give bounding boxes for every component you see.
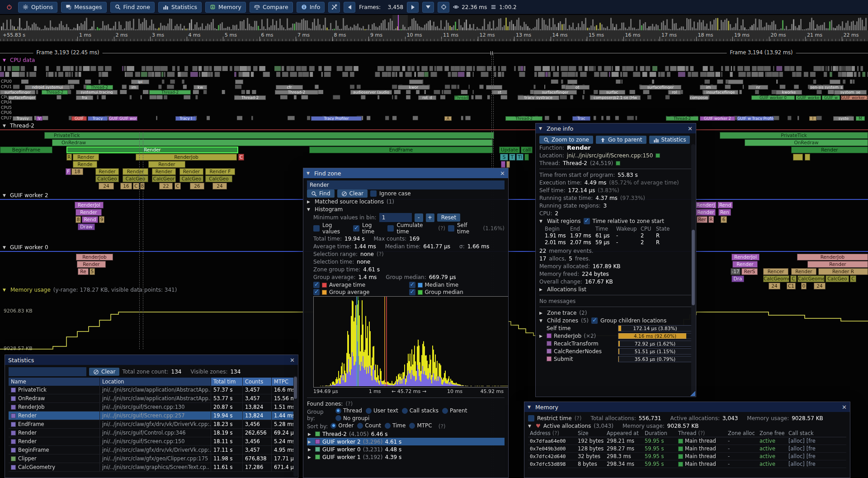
zone-22[interactable]: 22: [159, 183, 173, 189]
cpu-zone-systemui-tracing[interactable]: systemui.tracing: [76, 90, 118, 95]
zone-info-titlebar[interactable]: ▼ Zone info ✕: [536, 123, 696, 133]
column-header-address[interactable]: Address(?): [528, 430, 576, 436]
zone-location[interactable]: jni/../jni/src/guif/Screen.cpp:150: [567, 152, 653, 159]
zone-render[interactable]: Render: [95, 168, 119, 175]
cpu-zone-thread-2[interactable]: Thread-2: [505, 116, 542, 121]
zone-privatetick[interactable]: PrivateTick: [44, 132, 494, 139]
zone-calcgeo[interactable]: CalcGeo: [179, 175, 203, 182]
collapse-icon[interactable]: ▼: [539, 126, 544, 131]
thread-header-thread-2[interactable]: ▼Thread-2: [3, 123, 34, 129]
cpu-zone-thread-2[interactable]: Thread-2: [149, 90, 191, 95]
legend-group-median[interactable]: Group median: [409, 289, 505, 295]
ignore-case-checkbox[interactable]: [370, 190, 377, 197]
zone-rer[interactable]: Rer: [697, 216, 708, 223]
expand-icon[interactable]: ▶: [308, 455, 313, 459]
zone-statistics-button[interactable]: Statistics: [649, 136, 690, 144]
cpu-zone-cfr[interactable]: cfr: [276, 85, 303, 90]
cpu-zone[interactable]: [409, 80, 423, 84]
zone-renderjob[interactable]: RenderJob: [136, 154, 237, 161]
zone-onredraw[interactable]: OnRedraw: [52, 139, 493, 146]
zone-call[interactable]: call: [521, 147, 533, 153]
cpu-zone-guif-worker-1[interactable]: GUIF worker 1: [841, 95, 868, 100]
zone-6[interactable]: 6: [721, 216, 727, 223]
cpu-zone-tracy[interactable]: Tracy: [88, 116, 108, 121]
cpu-zone-thread-2[interactable]: Thread-2: [454, 95, 469, 100]
zone-render-f[interactable]: Render F: [205, 168, 235, 175]
cpu-zone-thread-2[interactable]: Thread-2: [234, 95, 266, 100]
zone-8[interactable]: 8: [140, 183, 145, 189]
prev-frame-button[interactable]: [344, 2, 355, 13]
cpu-zone-kworke[interactable]: kworke: [776, 90, 802, 95]
child-zone-renderjob[interactable]: ▶RenderJob(×2)4.16 ms (92.60%): [539, 332, 692, 340]
zone-calcgeor[interactable]: CalcGeor: [152, 175, 176, 182]
table-row-render[interactable]: Renderjni/../jni/src/guif/Screen.cpp:150…: [9, 437, 294, 446]
collapse-icon[interactable]: ▼: [3, 123, 8, 128]
zone-renderjob[interactable]: RenderJob: [76, 254, 113, 260]
scrollbar[interactable]: [691, 144, 695, 396]
group-by-user-text[interactable]: User text: [366, 407, 398, 414]
cpu-zone[interactable]: [830, 80, 840, 84]
zone-render[interactable]: Render: [148, 161, 185, 168]
statistics-table-header[interactable]: NameLocationTotal timCountsMTPC: [9, 378, 294, 386]
cpu-zone-m[interactable]: M: [856, 116, 865, 121]
zone-renderjol[interactable]: RenderJol: [731, 254, 760, 260]
zone-8[interactable]: 8: [75, 216, 81, 223]
cpu-zone-tracy-i[interactable]: Tracy I: [175, 116, 196, 121]
zone-calcgeo[interactable]: CalcGeo: [205, 175, 232, 182]
zone[interactable]: [793, 154, 803, 161]
zone-render[interactable]: Render: [66, 147, 238, 153]
cpu-zone-st[interactable]: st: [492, 90, 507, 95]
zone-17[interactable]: -17: [731, 268, 741, 275]
column-header-counts[interactable]: Counts: [243, 378, 272, 386]
zone-c[interactable]: C: [175, 183, 181, 189]
group-children-checkbox[interactable]: [591, 317, 598, 324]
cumulate-time-checkbox[interactable]: [387, 225, 394, 232]
cpu-zone[interactable]: [68, 80, 80, 84]
cpu-zone-surfaceflinger[interactable]: surfaceflinger: [0, 90, 35, 95]
expand-icon[interactable]: ▶: [308, 432, 313, 436]
restrict-time-checkbox[interactable]: [528, 415, 534, 421]
zone-dra[interactable]: Dra: [731, 275, 744, 282]
zone-t[interactable]: T: [509, 154, 515, 161]
legend-group-average[interactable]: Group average: [313, 289, 409, 295]
cpu-zone-nr[interactable]: nr: [748, 85, 768, 90]
column-header-zone-free[interactable]: Zone free: [758, 430, 787, 436]
scrollbar-thumb[interactable]: [294, 377, 297, 399]
zone-calcgeome[interactable]: CalcGeome: [763, 275, 789, 282]
cpu-zone-guif[interactable]: GUIF: [71, 116, 87, 121]
zone-re[interactable]: Re: [78, 268, 89, 275]
zone-render[interactable]: Render: [123, 168, 148, 175]
zone-rend[interactable]: Rend: [82, 216, 98, 223]
cpu-zone-guif-worker-0[interactable]: GUIF worker 0: [751, 95, 795, 100]
cpu-zone[interactable]: [486, 85, 502, 90]
zone-render[interactable]: Render: [77, 261, 106, 268]
found-zone-group-guif-worker-2[interactable]: ▶GUIF worker 2(3,296)4.61 s: [307, 438, 505, 445]
zone-renderj[interactable]: RenderJ: [695, 202, 717, 208]
cpu-zone-thread-2[interactable]: Thread-2: [666, 116, 698, 121]
zone-calcgeomel[interactable]: CalcGeomel: [797, 275, 825, 282]
collapse-icon[interactable]: ▼: [307, 171, 311, 175]
group-by-thread[interactable]: Thread: [335, 407, 362, 414]
cpu-zone-syste[interactable]: syste: [833, 116, 854, 121]
wait-region-row[interactable]: 1.91 ms1.97 ms61 µs-2R: [545, 232, 692, 239]
zone-rencer[interactable]: Rencer: [763, 268, 788, 275]
zone-9[interactable]: 9: [99, 216, 104, 223]
call-stack-free-link[interactable]: [fre: [807, 438, 816, 444]
zone-beginframe[interactable]: BeginFrame: [0, 147, 52, 153]
bin-decrease-button[interactable]: -: [415, 213, 423, 222]
resize-grip[interactable]: [689, 390, 695, 396]
zone-calcgeo[interactable]: CalcGeo: [95, 175, 119, 182]
cpu-zone-guif-w[interactable]: GUIF w: [822, 95, 840, 100]
zone-info-window[interactable]: ▼ Zone info ✕ Zoom to zone Go to parent …: [535, 123, 696, 397]
find-zone-titlebar[interactable]: ▼ Find zone ✕: [303, 168, 508, 178]
frame-select-button[interactable]: [422, 2, 434, 13]
cpu-zone-audioserver-audio[interactable]: audioserver (audio: [350, 90, 392, 95]
cpu-zone-tracy-profiler[interactable]: Tracy Profiler: [311, 116, 362, 121]
log-values-checkbox[interactable]: [313, 225, 320, 232]
cpu-zone-surfaceflinger[interactable]: surfaceflinger: [8, 95, 36, 100]
column-header-total-tim[interactable]: Total tim: [211, 378, 243, 386]
zone-render[interactable]: Render: [179, 168, 203, 175]
zone-renderjob[interactable]: RenderJob: [797, 254, 868, 260]
cpu-zone-insurfaceflinge[interactable]: insurfaceflinge: [703, 90, 738, 95]
allocations-table-header[interactable]: Address(?)SizeAppeared atDurationThread(…: [528, 430, 846, 437]
